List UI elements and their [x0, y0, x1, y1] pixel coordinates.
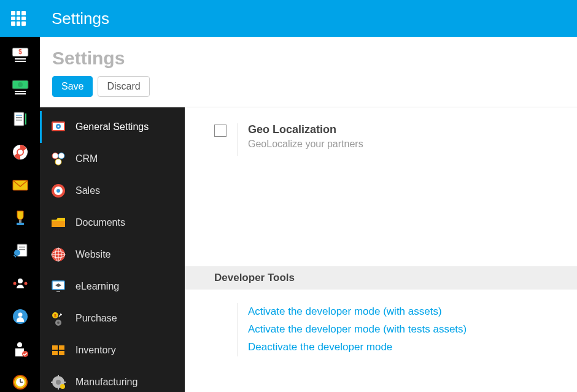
app-icon-team[interactable] [10, 274, 30, 294]
nav-documents[interactable]: Documents [40, 207, 185, 239]
general-settings-icon [50, 118, 67, 136]
nav-elearning[interactable]: eLearning [40, 271, 185, 302]
svg-rect-6 [15, 91, 26, 92]
nav-website[interactable]: Website [40, 239, 185, 271]
svg-rect-7 [15, 93, 26, 94]
setting-geo-localization: Geo Localization GeoLocalize your partne… [185, 107, 577, 156]
manufacturing-icon [50, 374, 67, 391]
apps-sidebar: $ [0, 37, 40, 392]
app-icon-search-doc[interactable] [10, 241, 30, 261]
svg-rect-16 [19, 220, 21, 223]
svg-rect-8 [14, 112, 24, 126]
topbar-title: Settings [52, 9, 109, 28]
svg-rect-59 [59, 351, 64, 355]
svg-point-5 [18, 82, 23, 87]
svg-rect-57 [59, 345, 64, 350]
activate-dev-mode-tests-link[interactable]: Activate the developer mode (with tests … [248, 321, 467, 339]
inventory-icon [50, 342, 67, 359]
svg-point-39 [58, 153, 64, 159]
deactivate-dev-mode-link[interactable]: Deactivate the developer mode [248, 339, 467, 356]
app-icon-invoicing[interactable]: $ [10, 44, 30, 64]
svg-text:$: $ [54, 313, 56, 318]
elearning-icon [50, 278, 67, 295]
svg-rect-51 [56, 291, 60, 292]
svg-text:$: $ [18, 48, 22, 55]
nav-manufacturing[interactable]: Manufacturing [40, 366, 185, 392]
nav-label: Manufacturing [76, 377, 137, 388]
svg-rect-58 [52, 351, 58, 355]
nav-inventory[interactable]: Inventory [40, 334, 185, 366]
svg-rect-20 [19, 249, 25, 250]
svg-point-25 [24, 282, 27, 285]
svg-point-23 [18, 279, 23, 283]
nav-label: Purchase [76, 313, 117, 324]
svg-point-40 [55, 159, 61, 165]
svg-rect-11 [16, 120, 22, 121]
activate-dev-mode-assets-link[interactable]: Activate the developer mode (with assets… [248, 303, 467, 321]
app-icon-support[interactable] [10, 143, 30, 163]
svg-point-38 [52, 153, 58, 159]
nav-label: General Settings [76, 121, 149, 133]
svg-rect-12 [25, 113, 26, 125]
svg-point-37 [58, 126, 60, 128]
svg-point-27 [18, 313, 22, 317]
save-button[interactable]: Save [52, 76, 93, 97]
setting-description: GeoLocalize your partners [248, 139, 363, 150]
header-section: Settings Save Discard [40, 37, 577, 107]
svg-rect-2 [15, 58, 26, 60]
svg-point-55 [57, 321, 60, 324]
app-icon-clock[interactable] [10, 372, 30, 392]
app-icon-document[interactable] [10, 110, 30, 129]
svg-rect-65 [63, 382, 66, 383]
svg-point-43 [56, 189, 60, 193]
svg-rect-44 [52, 221, 65, 227]
nav-label: Website [76, 249, 111, 260]
nav-label: Inventory [76, 345, 116, 356]
app-icon-user-badge[interactable] [10, 307, 30, 326]
svg-rect-64 [51, 382, 53, 383]
nav-label: CRM [76, 153, 98, 164]
svg-point-14 [17, 149, 23, 155]
website-icon [50, 246, 67, 263]
page-title: Settings [52, 48, 565, 69]
svg-point-21 [14, 250, 20, 256]
svg-point-24 [13, 282, 16, 285]
svg-rect-56 [52, 345, 58, 350]
svg-rect-3 [15, 61, 26, 62]
settings-content: Geo Localization GeoLocalize your partne… [185, 107, 577, 392]
nav-label: Sales [76, 185, 100, 196]
svg-point-28 [17, 342, 22, 347]
developer-links: Activate the developer mode (with assets… [238, 303, 467, 356]
svg-rect-10 [16, 117, 22, 118]
nav-crm[interactable]: CRM [40, 143, 185, 175]
nav-purchase[interactable]: $ Purchase [40, 302, 185, 334]
svg-rect-19 [19, 247, 25, 248]
developer-tools-header: Developer Tools [185, 266, 577, 290]
nav-label: Documents [76, 217, 125, 228]
svg-rect-62 [58, 375, 59, 377]
geo-localization-checkbox[interactable] [214, 125, 227, 137]
app-icon-mail[interactable] [10, 175, 30, 195]
nav-label: eLearning [76, 281, 119, 292]
apps-icon[interactable] [11, 11, 26, 26]
setting-title: Geo Localization [248, 123, 363, 136]
nav-general-settings[interactable]: General Settings [40, 111, 185, 143]
svg-rect-63 [58, 387, 59, 390]
app-icon-person[interactable] [10, 340, 30, 359]
settings-sidebar: General Settings CRM Sales [40, 107, 185, 392]
app-icon-award[interactable] [10, 209, 30, 228]
nav-sales[interactable]: Sales [40, 175, 185, 207]
discard-button[interactable]: Discard [98, 76, 149, 97]
svg-point-66 [60, 384, 65, 389]
svg-rect-9 [16, 115, 22, 116]
sales-icon [50, 182, 67, 199]
svg-rect-17 [17, 223, 24, 225]
documents-icon [50, 214, 67, 231]
topbar: Settings [0, 0, 577, 37]
purchase-icon: $ [50, 310, 67, 327]
app-icon-payment[interactable] [10, 77, 30, 97]
crm-icon [50, 150, 67, 167]
svg-point-61 [56, 380, 61, 385]
